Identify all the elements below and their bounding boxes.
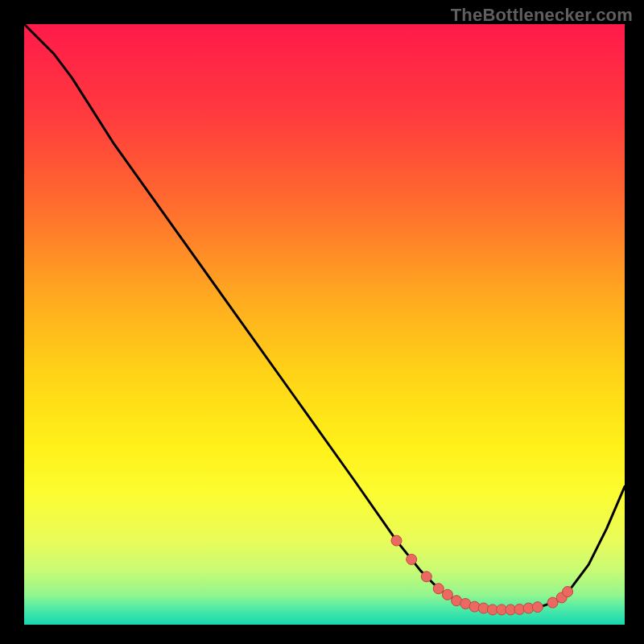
- curve-dot: [442, 589, 452, 600]
- gradient-background: [24, 24, 625, 625]
- curve-dot: [532, 602, 543, 613]
- curve-dot: [433, 584, 444, 594]
- plot-area: [24, 24, 625, 625]
- curve-dot: [407, 554, 417, 564]
- chart-svg: [24, 24, 625, 625]
- curve-dot: [563, 587, 573, 597]
- curve-dot: [391, 535, 402, 546]
- curve-dot: [421, 572, 431, 582]
- watermark-label: TheBottlenecker.com: [451, 5, 633, 26]
- chart-root: TheBottlenecker.com: [0, 0, 644, 644]
